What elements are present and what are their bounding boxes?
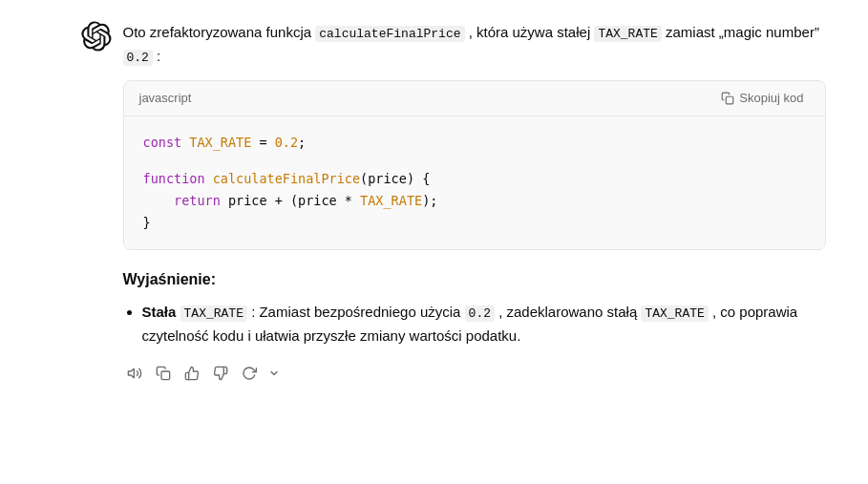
- bullet-item-1: Stała TAX_RATE : Zamiast bezpośredniego …: [142, 301, 826, 348]
- code-line-3: function calculateFinalPrice(price) {: [143, 168, 806, 190]
- avatar: [81, 21, 112, 52]
- svg-rect-0: [727, 96, 734, 104]
- code-line-5: }: [143, 212, 806, 234]
- message-row: Oto zrefaktoryzowana funkcja calculateFi…: [81, 19, 826, 385]
- bullet-inline-code-1: TAX_RATE: [180, 305, 247, 322]
- intro-text-2: , która używa stałej: [469, 24, 591, 40]
- speaker-icon: [127, 366, 142, 381]
- svg-marker-1: [128, 368, 134, 377]
- intro-text-3: zamiast „magic number”: [666, 24, 819, 40]
- chat-container: Oto zrefaktoryzowana funkcja calculateFi…: [24, 19, 845, 385]
- thumbs-down-icon: [213, 366, 228, 381]
- code-line-1: const TAX_RATE = 0.2;: [143, 132, 806, 154]
- message-content: Oto zrefaktoryzowana funkcja calculateFi…: [123, 19, 826, 385]
- copy-message-icon: [156, 366, 171, 381]
- thumbs-up-button[interactable]: [180, 362, 203, 385]
- copy-code-button[interactable]: Skopiuj kod: [715, 89, 809, 107]
- inline-const-header: TAX_RATE: [594, 26, 661, 42]
- copy-icon: [721, 92, 734, 105]
- thumbs-up-icon: [184, 366, 200, 381]
- bullet-text-2: , zadeklarowano stałą: [495, 304, 641, 320]
- code-line-4: return price + (price * TAX_RATE);: [143, 190, 806, 212]
- copy-message-button[interactable]: [152, 362, 175, 385]
- refresh-button[interactable]: [238, 362, 261, 385]
- intro-text-4: :: [157, 48, 160, 64]
- chevron-down-icon: [268, 368, 280, 379]
- copy-code-label: Skopiuj kod: [739, 91, 803, 105]
- code-block-header: javascript Skopiuj kod: [124, 81, 825, 117]
- action-bar: [123, 362, 826, 385]
- thumbs-down-button[interactable]: [209, 362, 232, 385]
- inline-num-header: 0.2: [123, 50, 153, 66]
- inline-func: calculateFinalPrice: [315, 26, 464, 42]
- code-line-2: [143, 154, 806, 168]
- explanation-heading: Wyjaśnienie:: [123, 267, 826, 292]
- bullet-bold: Stała: [142, 304, 180, 320]
- code-block-body: const TAX_RATE = 0.2; function calculate…: [124, 116, 825, 249]
- bullet-list: Stała TAX_RATE : Zamiast bezpośredniego …: [123, 301, 826, 348]
- more-options-button[interactable]: [266, 364, 282, 383]
- speak-button[interactable]: [123, 362, 146, 385]
- bullet-inline-code-2: 0.2: [465, 305, 495, 322]
- intro-text-1: Oto zrefaktoryzowana funkcja: [123, 24, 312, 40]
- intro-paragraph: Oto zrefaktoryzowana funkcja calculateFi…: [123, 21, 826, 69]
- svg-rect-2: [161, 371, 170, 380]
- code-language: javascript: [139, 89, 192, 109]
- bullet-inline-code-3: TAX_RATE: [641, 305, 708, 322]
- bullet-text-1: : Zamiast bezpośredniego użycia: [251, 304, 464, 320]
- code-block-wrapper: javascript Skopiuj kod const TAX_RATE = …: [123, 80, 826, 250]
- refresh-icon: [242, 366, 257, 381]
